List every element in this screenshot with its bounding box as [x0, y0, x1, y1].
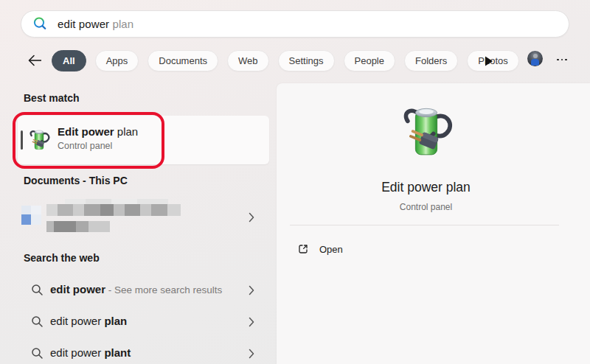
open-action[interactable]: Open [297, 240, 343, 258]
suggestion-text: edit power [50, 346, 104, 359]
open-label: Open [319, 244, 343, 255]
redacted-text-line-2 [46, 221, 110, 232]
search-icon [31, 284, 44, 296]
power-plan-battery-icon [27, 128, 51, 152]
chevron-right-icon [249, 212, 254, 223]
web-suggestion-plant[interactable]: edit power plant [18, 342, 269, 364]
divider [290, 225, 559, 225]
search-input[interactable]: edit power plan [58, 18, 133, 30]
best-match-subtitle: Control panel [58, 141, 138, 151]
chevron-right-icon [249, 349, 254, 359]
windows-search-flyout: edit power plan All Apps Documents Web S… [0, 0, 590, 364]
play-icon [485, 56, 493, 66]
redacted-document-icon [21, 206, 41, 225]
suggestion-text: edit power [50, 283, 105, 295]
search-web-header: Search the web [24, 252, 100, 264]
chevron-right-icon [249, 317, 254, 327]
preview-subtitle: Control panel [277, 202, 575, 212]
more-tabs-button[interactable] [485, 56, 493, 66]
power-plan-battery-icon [398, 103, 455, 161]
tab-folders[interactable]: Folders [404, 50, 458, 71]
suggestion-hint: - See more search results [105, 284, 222, 295]
web-suggestion-plan[interactable]: edit power plan [18, 310, 269, 334]
preview-panel: Edit power plan Control panel Open [277, 83, 590, 364]
suggestion-text: edit power [50, 315, 104, 327]
search-icon [31, 347, 44, 360]
more-options-button[interactable] [554, 54, 570, 66]
web-suggestion-see-more[interactable]: edit power - See more search results [18, 279, 269, 302]
documents-header: Documents - This PC [24, 175, 128, 186]
tab-settings[interactable]: Settings [278, 50, 335, 71]
search-icon [32, 16, 48, 32]
chevron-right-icon [249, 285, 254, 295]
redacted-text-line-1 [46, 204, 181, 216]
tab-documents[interactable]: Documents [148, 50, 218, 71]
search-completion-text: plan [109, 18, 133, 30]
open-external-icon [297, 243, 309, 255]
redacted-document-item[interactable] [18, 196, 269, 239]
ellipsis-icon [557, 59, 559, 61]
tab-people[interactable]: People [344, 50, 395, 71]
best-match-title: Edit power plan [58, 125, 138, 138]
filter-tabs: All Apps Documents Web Settings People F… [52, 50, 519, 71]
user-avatar[interactable] [527, 51, 543, 66]
tab-all[interactable]: All [52, 50, 86, 71]
selection-indicator [21, 130, 23, 150]
search-query-text: edit power [58, 18, 109, 30]
best-match-header: Best match [24, 92, 79, 104]
back-button[interactable] [27, 54, 43, 67]
best-match-item[interactable]: Edit power plan Control panel [18, 116, 269, 164]
tab-web[interactable]: Web [227, 50, 269, 71]
search-bar[interactable]: edit power plan [21, 10, 569, 38]
tab-apps[interactable]: Apps [95, 50, 139, 71]
preview-title: Edit power plan [277, 180, 575, 195]
back-arrow-icon [27, 54, 43, 67]
search-icon [31, 315, 44, 328]
